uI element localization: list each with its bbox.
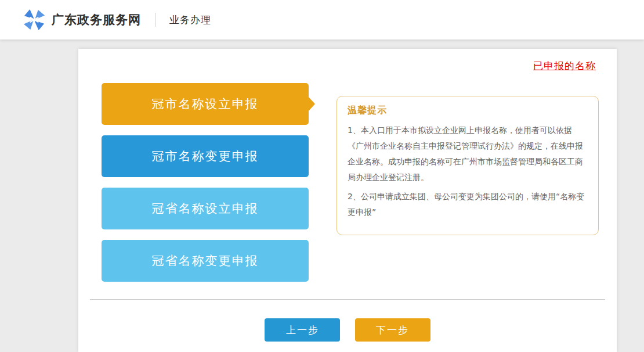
menu-item-province-change-declare[interactable]: 冠省名称变更申报 [102,240,309,282]
menu-item-label: 冠省名称变更申报 [152,253,259,269]
nav-row: 上一步 下一步 [78,318,617,342]
page-body: 已申报的名称 冠市名称设立申报 冠市名称变更申报 冠省名称设立申报 冠省名称变更… [0,39,644,352]
menu-column: 冠市名称设立申报 冠市名称变更申报 冠省名称设立申报 冠省名称变更申报 [102,83,309,282]
main-row: 冠市名称设立申报 冠市名称变更申报 冠省名称设立申报 冠省名称变更申报 温馨提示… [78,83,617,282]
menu-item-province-setup-declare[interactable]: 冠省名称设立申报 [102,188,309,229]
next-step-button[interactable]: 下一步 [355,318,430,342]
brand-title: 广东政务服务网 [52,12,141,28]
tips-paragraph-2: 2、公司申请成立集团、母公司变更为集团公司的，请使用“名称变更申报” [348,189,588,220]
menu-item-city-change-declare[interactable]: 冠市名称变更申报 [102,135,309,177]
app-header: 广东政务服务网 业务办理 [0,0,644,39]
arrow-right-pointer-icon [308,96,315,112]
menu-item-label: 冠省名称设立申报 [152,200,259,217]
tips-title: 温馨提示 [348,105,588,117]
section-title: 业务办理 [169,13,211,27]
menu-item-label: 冠市名称设立申报 [152,96,259,112]
card-divider [90,299,605,300]
link-row: 已申报的名称 [78,49,617,73]
gdzwfw-pinwheel-logo-icon [23,9,45,31]
content-card: 已申报的名称 冠市名称设立申报 冠市名称变更申报 冠省名称设立申报 冠省名称变更… [78,49,617,352]
menu-item-label: 冠市名称变更申报 [152,148,259,164]
tips-paragraph-1: 1、本入口用于本市拟设立企业网上申报名称，使用者可以依据《广州市企业名称自主申报… [348,123,588,185]
menu-item-city-setup-declare[interactable]: 冠市名称设立申报 [102,83,309,125]
header-divider [155,13,155,27]
tips-panel: 温馨提示 1、本入口用于本市拟设立企业网上申报名称，使用者可以依据《广州市企业名… [337,96,599,235]
previous-step-button[interactable]: 上一步 [265,318,340,342]
reported-names-link[interactable]: 已申报的名称 [533,60,596,71]
